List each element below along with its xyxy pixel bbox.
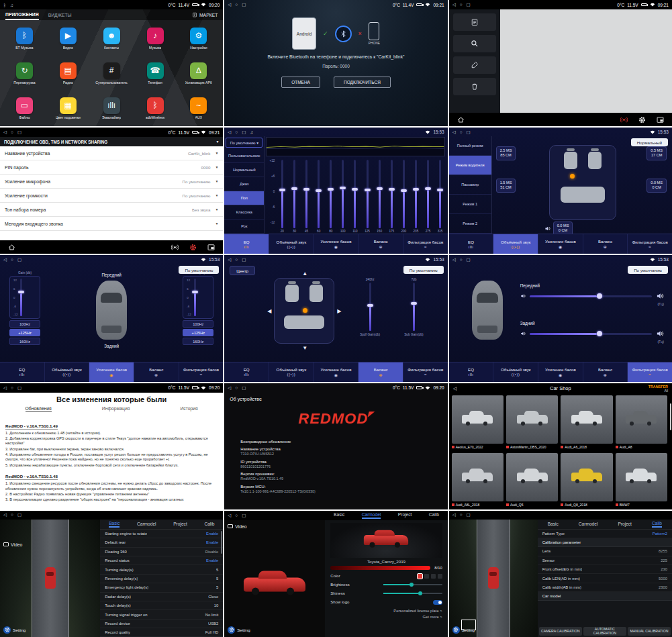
app-icon[interactable]: ᛒ БТ Музыка	[3, 21, 46, 55]
tab-widgets[interactable]: ВИДЖЕТЫ	[48, 9, 72, 20]
app-icon[interactable]: ↻ Перезагрузка	[3, 56, 46, 90]
scrollbar[interactable]	[670, 403, 671, 430]
settings-row[interactable]: Record device USB2	[100, 620, 223, 628]
home-icon[interactable]: ○	[235, 385, 238, 391]
car-card[interactable]: Audi_A8L_2018	[452, 453, 503, 508]
tab-calib[interactable]: Calib	[204, 522, 214, 526]
search-button[interactable]	[453, 35, 496, 52]
info-row[interactable]: ID устройства 860110101201776	[240, 460, 440, 469]
back-icon[interactable]: ◁	[228, 2, 231, 7]
back-icon[interactable]: ◁	[228, 257, 231, 262]
eq-band-slider[interactable]: 60	[313, 158, 325, 233]
home-icon[interactable]: ○	[235, 513, 238, 518]
eq-band-slider[interactable]: 110	[349, 158, 361, 233]
app-icon[interactable]: ᛒ adbWireless	[134, 91, 177, 125]
color-swatch[interactable]	[438, 574, 442, 579]
tab-surround[interactable]: Объёмный звук((•))	[45, 362, 90, 382]
settings-row[interactable]: Record status Enable	[100, 556, 223, 565]
back-icon[interactable]: ◁	[228, 385, 231, 391]
show-logo-toggle[interactable]	[433, 600, 442, 605]
tab-carmodel[interactable]: Carmodel	[579, 522, 598, 526]
home-icon[interactable]: ○	[11, 512, 13, 518]
settings-row[interactable]: Default rear Enable	[100, 538, 223, 547]
car-card[interactable]: Audi_Q5	[506, 453, 558, 508]
settings-row[interactable]: Тон набора номера Без звука ▼	[0, 203, 223, 217]
tab-balance[interactable]: Баланс⊕	[358, 234, 403, 254]
recents-icon[interactable]: ▢	[242, 130, 246, 135]
eq-band-slider[interactable]: 200	[397, 158, 410, 233]
recents-icon[interactable]: ▢	[467, 2, 471, 7]
tab-eq[interactable]: EQıllı	[449, 362, 494, 382]
mode-1[interactable]: Режим 1	[449, 195, 491, 214]
tab-surround[interactable]: Объёмный звук((•))	[269, 234, 314, 254]
preset-custom[interactable]: Пользовательские	[224, 149, 264, 163]
slider-knob[interactable]	[389, 188, 395, 191]
tab-eq[interactable]: EQıllı	[0, 362, 45, 382]
tab-project[interactable]: Project	[618, 522, 632, 526]
car-card[interactable]: BMW7	[616, 453, 667, 508]
tab-balance[interactable]: Баланс⊕	[134, 362, 179, 382]
rear-filter-slider[interactable]	[530, 333, 652, 335]
arrow-up-icon[interactable]: ▲	[302, 271, 307, 277]
calib-param-row[interactable]: Front offset(EG in mm) 230	[538, 565, 672, 574]
eq-band-slider[interactable]: 20	[276, 158, 288, 233]
slider-knob[interactable]	[418, 591, 422, 595]
slider-knob[interactable]	[316, 189, 322, 192]
tab-bass-filter[interactable]: Фильтрация басов≈	[179, 362, 224, 382]
settings-row[interactable]: Усиление громкости По умолчанию ▼	[0, 189, 223, 203]
app-icon[interactable]: ~ AUX	[177, 91, 220, 125]
app-icon[interactable]: ☎ Телефон	[134, 56, 177, 90]
changelog-body[interactable]: RedMOD - v.10A.TS10.1.49 1. Дополнение к…	[5, 418, 218, 508]
tab-history[interactable]: История	[180, 406, 197, 412]
app-icon[interactable]: ♪ Музыка	[134, 21, 177, 55]
info-row[interactable]: Версия прошивки: RedMOD v.10A.TS10.1.49	[240, 472, 440, 481]
brightness-slider[interactable]	[383, 584, 442, 585]
slider-knob[interactable]	[367, 304, 373, 307]
car-card[interactable]: Aeolus_E70_2022	[452, 395, 503, 450]
arrow-right-icon[interactable]: ▶	[337, 308, 341, 314]
slider-knob[interactable]	[352, 188, 358, 191]
slider-knob[interactable]	[597, 293, 602, 299]
filter-all[interactable]: All	[664, 389, 668, 393]
back-icon[interactable]: ◁	[3, 130, 7, 135]
slider-knob[interactable]	[303, 188, 309, 191]
rear-gain-slider[interactable]	[194, 279, 196, 316]
tab-basic[interactable]: Basic	[334, 512, 344, 519]
settings-row[interactable]: Turning signal trigger on No limit	[100, 610, 223, 619]
back-icon[interactable]: ◁	[452, 2, 456, 7]
car-model-3d[interactable]	[244, 577, 305, 591]
mode-2[interactable]: Режим 2	[449, 214, 491, 234]
slider-knob[interactable]	[18, 291, 24, 293]
app-icon[interactable]: ▤ Радио	[46, 56, 90, 90]
recents-icon[interactable]: ▢	[17, 512, 21, 518]
settings-row[interactable]: Emergency light delay(s) 5	[100, 583, 223, 592]
back-icon[interactable]: ◁	[452, 512, 456, 518]
settings-row[interactable]: Turning delay(s) 5	[100, 565, 223, 574]
get-more-link[interactable]: Get more >	[330, 615, 442, 619]
recents-icon[interactable]: ▢	[242, 2, 246, 7]
slider-knob[interactable]	[340, 187, 346, 189]
tab-project[interactable]: Project	[398, 512, 412, 519]
connect-button[interactable]: ПОДКЛЮЧИТЬСЯ	[334, 77, 391, 88]
settings-row[interactable]: Starting engine to rotate Enable	[100, 530, 223, 538]
front-gain-slider[interactable]	[20, 279, 22, 316]
tab-surround[interactable]: Объёмный звук((•))	[493, 362, 538, 382]
tab-balance[interactable]: Баланс⊕	[583, 362, 628, 382]
back-icon[interactable]: ◁	[3, 257, 7, 262]
default-button[interactable]: По умолчанию	[179, 266, 219, 274]
eq-band-slider[interactable]: 80	[325, 158, 337, 233]
recents-icon[interactable]: ▢	[467, 130, 471, 135]
car-card[interactable]: Audi_Q8_2018	[561, 453, 612, 508]
recents-icon[interactable]: ▢	[17, 130, 21, 135]
home-icon[interactable]	[457, 116, 465, 124]
recents-icon[interactable]: ▢	[17, 385, 21, 391]
camera-calibration-button[interactable]: CAMERA CALIBRATION	[539, 627, 582, 636]
tab-bass-filter[interactable]: Фильтрация басов≈	[403, 362, 448, 382]
back-icon[interactable]: ◁	[3, 512, 7, 518]
center-button[interactable]: Центр	[230, 266, 255, 275]
rear-freq-160[interactable]: 160Hz	[183, 338, 213, 345]
pattern-type-row[interactable]: Pattern Type Pattern2	[538, 530, 672, 538]
hotspot-icon[interactable]	[620, 116, 628, 124]
slider-knob[interactable]	[365, 189, 371, 191]
app-icon[interactable]: ▭ Файлы	[3, 91, 46, 125]
